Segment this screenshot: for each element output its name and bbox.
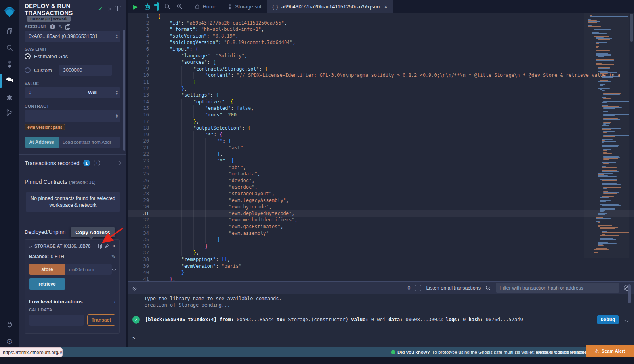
- deploy-run-icon[interactable]: [0, 73, 19, 89]
- collapse-contract-icon[interactable]: [29, 244, 32, 248]
- store-arg-input[interactable]: uint256 num: [65, 264, 112, 275]
- file-explorer-icon[interactable]: [0, 23, 19, 39]
- code-line[interactable]: 6"input": {: [128, 46, 634, 53]
- minimap[interactable]: [584, 13, 629, 258]
- info-icon[interactable]: i: [94, 160, 100, 166]
- expand-transactions-icon[interactable]: [117, 161, 121, 165]
- expand-store-icon[interactable]: [112, 267, 116, 271]
- code-line[interactable]: 35]: [128, 236, 634, 243]
- code-line[interactable]: 17},: [128, 118, 634, 125]
- chevron-right-icon[interactable]: [107, 7, 111, 11]
- code-line[interactable]: 38"remappings": [],: [128, 256, 634, 263]
- zoom-in-icon[interactable]: [176, 3, 183, 10]
- code-line[interactable]: 37},: [128, 250, 634, 256]
- edit-account-icon[interactable]: ✎: [58, 24, 62, 29]
- terminal[interactable]: Type the library name to see available c…: [128, 294, 634, 347]
- zoom-out-icon[interactable]: [164, 3, 171, 10]
- editor-scrollbar[interactable]: [630, 14, 633, 42]
- code-line[interactable]: 16"runs": 200: [128, 112, 634, 118]
- code-line[interactable]: 20"": [: [128, 138, 634, 145]
- contract-stepper-icon[interactable]: ▴▾: [116, 114, 120, 118]
- search-icon[interactable]: [0, 40, 19, 55]
- terminal-prompt[interactable]: >: [132, 335, 135, 341]
- debug-button[interactable]: Debug: [597, 315, 619, 324]
- account-select[interactable]: 0xA03...85ac4 (0.39866531531 ▴▾: [25, 31, 120, 42]
- panel-scrollbar[interactable]: [123, 30, 125, 151]
- transact-button[interactable]: Transact: [87, 314, 115, 326]
- debugger-icon[interactable]: [0, 90, 19, 105]
- code-line[interactable]: 5"solcLongVersion": "0.8.19+commit.7dd6d…: [128, 39, 634, 46]
- code-line[interactable]: 18"outputSelection": {: [128, 125, 634, 131]
- ai-robot-icon[interactable]: [143, 3, 151, 10]
- at-address-button[interactable]: At Address: [25, 137, 59, 148]
- code-line[interactable]: 31"evm.deployedBytecode",: [128, 210, 634, 217]
- code-line[interactable]: 10"content": "// SPDX-License-Identifier…: [128, 72, 634, 79]
- code-line[interactable]: 1{: [128, 13, 634, 20]
- code-line[interactable]: 7"language": "Solidity",: [128, 53, 634, 59]
- pin-panel-icon[interactable]: [115, 6, 121, 11]
- code-line[interactable]: 19"*": {: [128, 131, 634, 138]
- scam-alert-button[interactable]: ⚠ Scam Alert: [586, 345, 634, 357]
- code-line[interactable]: 33"evm.gasEstimates",: [128, 223, 634, 230]
- search-terminal-icon[interactable]: [485, 285, 491, 291]
- code-line[interactable]: 11}: [128, 79, 634, 86]
- calldata-input[interactable]: [29, 315, 84, 326]
- code-line[interactable]: 23"*": [: [128, 158, 634, 164]
- code-line[interactable]: 40}: [128, 269, 634, 276]
- expand-terminal-icon[interactable]: [133, 286, 136, 290]
- retrieve-button[interactable]: retrieve: [29, 278, 65, 290]
- remix-logo[interactable]: [0, 4, 19, 20]
- custom-gas-input[interactable]: 3000000: [59, 65, 112, 76]
- code-line[interactable]: 28"storageLayout",: [128, 191, 634, 197]
- code-line[interactable]: 34"evm.assembly": [128, 230, 634, 237]
- code-editor[interactable]: 1{2"id": "a69b43f277ba20fcac141151250ca7…: [128, 13, 634, 281]
- code-line[interactable]: 15"enabled": false,: [128, 105, 634, 112]
- listen-checkbox[interactable]: [415, 285, 421, 291]
- code-line[interactable]: 24"abi",: [128, 164, 634, 171]
- code-line[interactable]: 13"settings": {: [128, 92, 634, 99]
- code-line[interactable]: 27"userdoc",: [128, 184, 634, 191]
- low-level-info-icon[interactable]: i: [114, 299, 115, 305]
- edit-balance-icon[interactable]: ✎: [111, 254, 115, 259]
- code-line[interactable]: 29"evm.legacyAssembly",: [128, 197, 634, 204]
- expand-log-icon[interactable]: [624, 317, 629, 322]
- code-line[interactable]: 14"optimizer": {: [128, 99, 634, 105]
- plugin-manager-icon[interactable]: [0, 317, 19, 333]
- solidity-compiler-icon[interactable]: [0, 56, 19, 72]
- copy-account-icon[interactable]: [65, 24, 70, 29]
- code-line[interactable]: 30"evm.bytecode",: [128, 204, 634, 210]
- terminal-scrollbar[interactable]: [628, 284, 631, 303]
- filter-input[interactable]: Filter with transaction hash or address: [496, 283, 619, 293]
- transaction-log-row[interactable]: ✓ [block:5583405 txIndex:4] from: 0xa03.…: [132, 314, 628, 326]
- code-line[interactable]: 36}: [128, 243, 634, 250]
- code-line[interactable]: 8"sources": {: [128, 59, 634, 66]
- account-stepper-icon[interactable]: ▴▾: [116, 34, 120, 39]
- code-line[interactable]: 39"evmVersion": "paris": [128, 263, 634, 270]
- tab-storage-sol[interactable]: Storage.sol: [222, 0, 267, 13]
- load-contract-input[interactable]: Load contract from Addr: [59, 137, 120, 148]
- estimated-gas-radio[interactable]: [25, 53, 31, 59]
- value-input[interactable]: 0: [25, 87, 83, 98]
- value-unit-select[interactable]: Wei ▴▾: [83, 87, 120, 98]
- code-line[interactable]: 2"id": "a69b43f277ba20fcac141151250ca755…: [128, 20, 634, 27]
- code-line[interactable]: 22],: [128, 151, 634, 158]
- code-line[interactable]: 41},: [128, 276, 634, 281]
- add-account-icon[interactable]: +: [50, 24, 55, 29]
- code-line[interactable]: 21"ast": [128, 145, 634, 151]
- code-line[interactable]: 32"evm.methodIdentifiers",: [128, 217, 634, 223]
- close-tab-icon[interactable]: ×: [384, 3, 388, 10]
- custom-gas-radio[interactable]: [25, 67, 31, 73]
- git-icon[interactable]: [0, 105, 19, 120]
- code-line[interactable]: 9"contracts/Storage.sol": {: [128, 66, 634, 72]
- unit-stepper-icon[interactable]: ▴▾: [116, 90, 120, 95]
- tab-home[interactable]: Home: [189, 0, 222, 13]
- code-line[interactable]: 12},: [128, 86, 634, 92]
- copilot-status[interactable]: RemixAI Copilot (enabled): [536, 347, 589, 357]
- code-line[interactable]: 4"solcVersion": "0.8.19",: [128, 33, 634, 40]
- contract-select[interactable]: ▴▾: [25, 110, 120, 122]
- store-button[interactable]: store: [29, 264, 65, 275]
- code-line[interactable]: 3"_format": "hh-sol-build-info-1",: [128, 26, 634, 33]
- toggle-on-icon[interactable]: [157, 3, 158, 10]
- code-line[interactable]: 26"devdoc",: [128, 177, 634, 184]
- code-line[interactable]: 25"metadata",: [128, 171, 634, 177]
